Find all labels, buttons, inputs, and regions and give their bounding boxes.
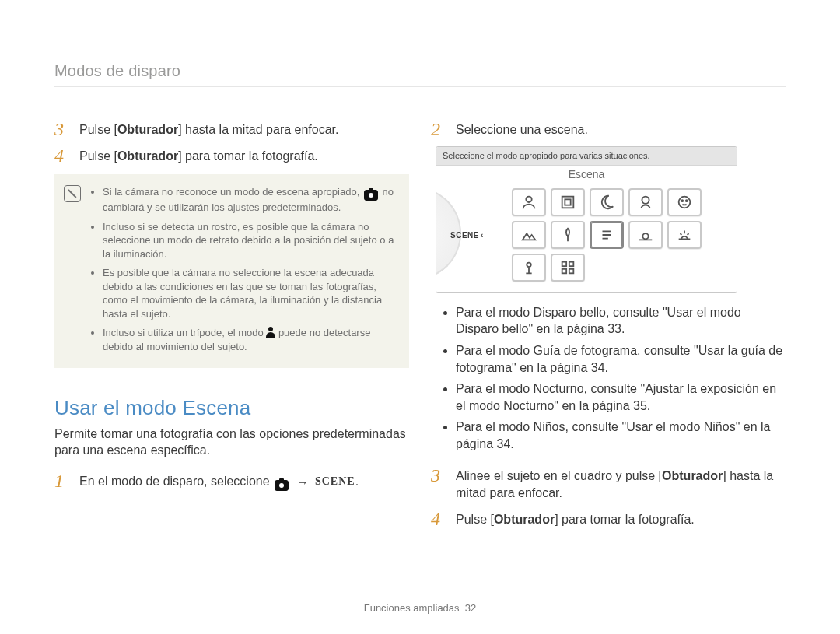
scene-tile-night[interactable] bbox=[590, 188, 624, 216]
step-number: 4 bbox=[54, 146, 68, 165]
step-pre: Pulse [ bbox=[79, 149, 117, 163]
mode-dial-label: SCENE bbox=[450, 230, 484, 241]
step-bold: Obturador bbox=[662, 469, 723, 482]
step-number: 1 bbox=[54, 471, 68, 490]
scene-title: Escena bbox=[436, 166, 737, 187]
step-text: Alinee el sujeto en el cuadro y pulse [O… bbox=[456, 466, 786, 501]
scene-grid bbox=[485, 187, 729, 282]
step-post: ] para tomar la fotografía. bbox=[555, 513, 695, 526]
note-list: Si la cámara no reconoce un modo de esce… bbox=[90, 185, 397, 359]
ref-item: Para el modo Niños, consulte "Usar el mo… bbox=[456, 419, 786, 452]
ref-item: Para el modo Disparo bello, consulte "Us… bbox=[456, 304, 786, 338]
scene-tile-sunset[interactable] bbox=[628, 221, 663, 249]
step-bold: Obturador bbox=[494, 513, 555, 526]
step-3-shutter-half: 3 Pulse [Obturador] hasta la mitad para … bbox=[54, 120, 409, 138]
footer-label: Funciones ampliadas bbox=[364, 602, 460, 614]
svg-point-6 bbox=[686, 200, 688, 201]
arrow-icon: → bbox=[294, 475, 312, 490]
chevron-left-icon bbox=[479, 231, 484, 240]
step-4-take-photo: 4 Pulse [Obturador] para tomar la fotogr… bbox=[431, 510, 786, 528]
step-text: Pulse [Obturador] para tomar la fotograf… bbox=[456, 510, 695, 528]
scene-tile-face[interactable] bbox=[667, 188, 702, 216]
step-pre: En el modo de disparo, seleccione bbox=[79, 475, 270, 488]
camera-smart-icon bbox=[364, 190, 378, 201]
note-text: Si la cámara no reconoce un modo de esce… bbox=[103, 186, 362, 198]
step-text: Pulse [Obturador] hasta la mitad para en… bbox=[79, 120, 338, 138]
scene-tile-text[interactable] bbox=[590, 221, 624, 249]
step-bold: Obturador bbox=[117, 149, 178, 163]
scene-tile-backlight[interactable] bbox=[512, 254, 546, 282]
step-4-shutter-full: 4 Pulse [Obturador] para tomar la fotogr… bbox=[54, 146, 409, 165]
note-item: Es posible que la cámara no seleccione l… bbox=[103, 266, 397, 321]
note-item: Incluso si se detecta un rostro, es posi… bbox=[103, 220, 397, 261]
step-number: 2 bbox=[431, 120, 445, 138]
right-column: 2 Seleccione una escena. Seleccione el m… bbox=[431, 115, 786, 536]
step-number: 3 bbox=[54, 120, 68, 138]
page-footer: Funciones ampliadas 32 bbox=[0, 601, 840, 615]
step-pre: Alinee el sujeto en el cuadro y pulse [ bbox=[456, 469, 662, 482]
step-3-align-subject: 3 Alinee el sujeto en el cuadro y pulse … bbox=[431, 466, 786, 501]
step-post: ] hasta la mitad para enfocar. bbox=[178, 123, 338, 136]
left-column: 3 Pulse [Obturador] hasta la mitad para … bbox=[54, 115, 409, 536]
step-text: Seleccione una escena. bbox=[456, 120, 588, 138]
scene-tile-landscape[interactable] bbox=[512, 221, 546, 249]
scene-tile-kids[interactable] bbox=[628, 188, 663, 216]
svg-rect-1 bbox=[562, 196, 574, 208]
footer-page-number: 32 bbox=[465, 602, 476, 614]
person-icon bbox=[266, 327, 275, 338]
step-post: ] para tomar la fotografía. bbox=[178, 149, 318, 163]
note-item: Incluso si utiliza un trípode, el modo p… bbox=[103, 326, 397, 353]
scene-tile-grid[interactable] bbox=[551, 254, 585, 282]
svg-rect-13 bbox=[562, 261, 567, 266]
breadcrumb: Modos de disparo bbox=[54, 61, 786, 87]
reference-list: Para el modo Disparo bello, consulte "Us… bbox=[431, 304, 786, 453]
step-pre: Pulse [ bbox=[456, 513, 494, 526]
note-icon bbox=[64, 185, 81, 202]
scene-tile-frame[interactable] bbox=[551, 188, 585, 216]
svg-point-4 bbox=[679, 196, 691, 208]
note-item: Si la cámara no reconoce un modo de esce… bbox=[103, 185, 397, 215]
step-suffix: . bbox=[355, 475, 359, 488]
svg-rect-16 bbox=[569, 269, 574, 274]
note-callout: Si la cámara no reconoce un modo de esce… bbox=[54, 174, 409, 368]
ref-item: Para el modo Guía de fotograma, consulte… bbox=[456, 342, 786, 376]
step-1-select-scene: 1 En el modo de disparo, seleccione → SC… bbox=[54, 471, 409, 491]
scene-tile-macro[interactable] bbox=[551, 221, 585, 249]
section-subtitle: Permite tomar una fotografía con las opc… bbox=[54, 426, 409, 459]
svg-point-0 bbox=[526, 196, 531, 201]
scene-banner: Seleccione el modo apropiado para varias… bbox=[436, 147, 737, 166]
scene-tile-portrait[interactable] bbox=[512, 188, 546, 216]
svg-point-10 bbox=[642, 233, 648, 239]
step-number: 4 bbox=[431, 510, 445, 528]
note-text: Incluso si utiliza un trípode, el modo bbox=[103, 327, 266, 338]
scene-word-icon: SCENE bbox=[315, 475, 355, 487]
step-pre: Pulse [ bbox=[79, 123, 117, 136]
scene-tile-dawn[interactable] bbox=[667, 221, 702, 249]
svg-point-12 bbox=[527, 262, 531, 267]
svg-rect-15 bbox=[562, 269, 567, 274]
step-text: Pulse [Obturador] para tomar la fotograf… bbox=[79, 146, 318, 165]
svg-rect-2 bbox=[565, 199, 570, 205]
svg-point-3 bbox=[642, 196, 649, 203]
camera-icon bbox=[275, 480, 289, 491]
section-heading-scene-mode: Usar el modo Escena bbox=[54, 394, 409, 422]
step-text: En el modo de disparo, seleccione → SCEN… bbox=[79, 471, 359, 491]
step-number: 3 bbox=[431, 466, 445, 485]
svg-point-5 bbox=[681, 200, 683, 201]
scene-selector-screenshot: Seleccione el modo apropiado para varias… bbox=[436, 146, 737, 293]
step-2-select-scene: 2 Seleccione una escena. bbox=[431, 120, 786, 138]
ref-item: Para el modo Nocturno, consulte "Ajustar… bbox=[456, 380, 786, 414]
svg-rect-14 bbox=[569, 261, 574, 266]
step-bold: Obturador bbox=[117, 123, 178, 136]
